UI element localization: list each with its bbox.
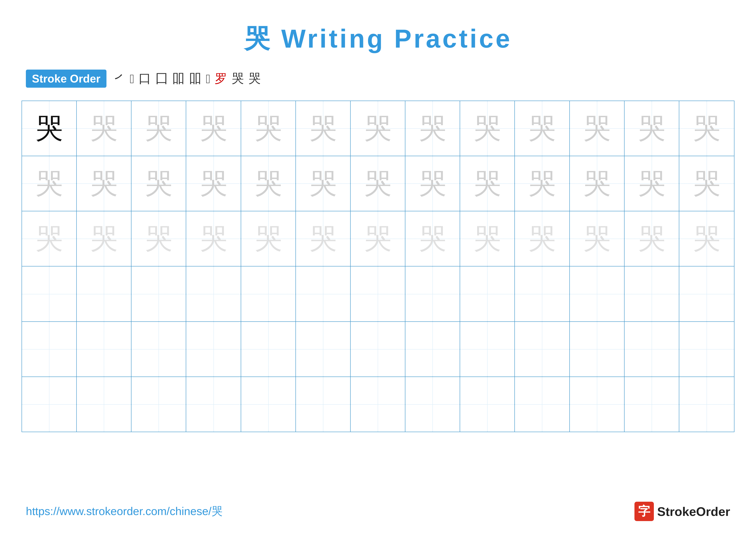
grid-cell-2-5[interactable]: 哭 bbox=[241, 156, 296, 211]
grid-cell-5-7[interactable] bbox=[351, 322, 405, 376]
grid-cell-3-1[interactable]: 哭 bbox=[22, 211, 77, 266]
stroke-step-8: 罗 bbox=[215, 70, 227, 87]
grid-cell-3-3[interactable]: 哭 bbox=[131, 211, 186, 266]
grid-row-4 bbox=[22, 267, 734, 321]
practice-grid: 哭 哭 哭 哭 哭 哭 哭 哭 哭 哭 哭 哭 哭 哭 哭 哭 哭 哭 哭 哭 … bbox=[21, 101, 735, 432]
grid-cell-6-10[interactable] bbox=[515, 377, 570, 432]
stroke-step-2: 𠃌 bbox=[130, 71, 134, 86]
grid-cell-4-2[interactable] bbox=[77, 267, 131, 321]
grid-cell-4-10[interactable] bbox=[515, 267, 570, 321]
grid-cell-5-10[interactable] bbox=[515, 322, 570, 376]
grid-row-3: 哭 哭 哭 哭 哭 哭 哭 哭 哭 哭 哭 哭 哭 bbox=[22, 211, 734, 267]
grid-cell-1-1[interactable]: 哭 bbox=[22, 101, 77, 156]
grid-cell-1-4[interactable]: 哭 bbox=[186, 101, 241, 156]
footer-logo: 字 StrokeOrder bbox=[634, 502, 730, 521]
grid-cell-2-4[interactable]: 哭 bbox=[186, 156, 241, 211]
stroke-step-5: 吅 bbox=[172, 70, 185, 87]
stroke-order-row: Stroke Order ㇒ 𠃌 口 囗 吅 吅 𡆧 罗 哭 哭 bbox=[0, 57, 756, 94]
grid-cell-3-2[interactable]: 哭 bbox=[77, 211, 131, 266]
grid-cell-4-3[interactable] bbox=[131, 267, 186, 321]
stroke-order-badge: Stroke Order bbox=[26, 69, 106, 88]
grid-cell-2-7[interactable]: 哭 bbox=[351, 156, 405, 211]
stroke-step-3: 口 bbox=[139, 70, 151, 87]
grid-cell-4-1[interactable] bbox=[22, 267, 77, 321]
grid-cell-2-9[interactable]: 哭 bbox=[460, 156, 515, 211]
grid-cell-1-13[interactable]: 哭 bbox=[679, 101, 734, 156]
grid-cell-5-9[interactable] bbox=[460, 322, 515, 376]
grid-cell-6-13[interactable] bbox=[679, 377, 734, 432]
stroke-step-1: ㇒ bbox=[113, 70, 125, 87]
grid-cell-5-1[interactable] bbox=[22, 322, 77, 376]
grid-cell-6-3[interactable] bbox=[131, 377, 186, 432]
grid-cell-1-12[interactable]: 哭 bbox=[625, 101, 679, 156]
grid-cell-3-4[interactable]: 哭 bbox=[186, 211, 241, 266]
grid-cell-3-8[interactable]: 哭 bbox=[405, 211, 460, 266]
grid-cell-6-1[interactable] bbox=[22, 377, 77, 432]
grid-cell-2-10[interactable]: 哭 bbox=[515, 156, 570, 211]
grid-cell-5-12[interactable] bbox=[625, 322, 679, 376]
grid-cell-3-13[interactable]: 哭 bbox=[679, 211, 734, 266]
grid-cell-1-8[interactable]: 哭 bbox=[405, 101, 460, 156]
grid-cell-4-12[interactable] bbox=[625, 267, 679, 321]
grid-cell-1-5[interactable]: 哭 bbox=[241, 101, 296, 156]
grid-cell-5-11[interactable] bbox=[570, 322, 625, 376]
grid-cell-3-5[interactable]: 哭 bbox=[241, 211, 296, 266]
grid-cell-1-2[interactable]: 哭 bbox=[77, 101, 131, 156]
grid-cell-1-6[interactable]: 哭 bbox=[296, 101, 351, 156]
stroke-step-7: 𡆧 bbox=[206, 71, 210, 86]
grid-row-5 bbox=[22, 322, 734, 377]
grid-cell-3-7[interactable]: 哭 bbox=[351, 211, 405, 266]
grid-cell-2-3[interactable]: 哭 bbox=[131, 156, 186, 211]
grid-cell-4-4[interactable] bbox=[186, 267, 241, 321]
grid-cell-4-5[interactable] bbox=[241, 267, 296, 321]
grid-row-1: 哭 哭 哭 哭 哭 哭 哭 哭 哭 哭 哭 哭 哭 bbox=[22, 101, 734, 156]
stroke-step-10: 哭 bbox=[248, 70, 261, 87]
grid-cell-5-6[interactable] bbox=[296, 322, 351, 376]
grid-cell-2-12[interactable]: 哭 bbox=[625, 156, 679, 211]
grid-cell-1-9[interactable]: 哭 bbox=[460, 101, 515, 156]
grid-cell-6-4[interactable] bbox=[186, 377, 241, 432]
grid-cell-3-6[interactable]: 哭 bbox=[296, 211, 351, 266]
grid-cell-4-8[interactable] bbox=[405, 267, 460, 321]
grid-cell-6-7[interactable] bbox=[351, 377, 405, 432]
title-label: Writing Practice bbox=[272, 24, 512, 53]
grid-cell-2-2[interactable]: 哭 bbox=[77, 156, 131, 211]
grid-cell-5-5[interactable] bbox=[241, 322, 296, 376]
grid-cell-5-13[interactable] bbox=[679, 322, 734, 376]
grid-row-2: 哭 哭 哭 哭 哭 哭 哭 哭 哭 哭 哭 哭 哭 bbox=[22, 156, 734, 211]
grid-cell-6-9[interactable] bbox=[460, 377, 515, 432]
grid-cell-5-4[interactable] bbox=[186, 322, 241, 376]
grid-cell-6-2[interactable] bbox=[77, 377, 131, 432]
grid-cell-1-7[interactable]: 哭 bbox=[351, 101, 405, 156]
grid-cell-6-6[interactable] bbox=[296, 377, 351, 432]
grid-cell-6-11[interactable] bbox=[570, 377, 625, 432]
grid-cell-4-6[interactable] bbox=[296, 267, 351, 321]
footer: https://www.strokeorder.com/chinese/哭 字 … bbox=[0, 502, 756, 521]
grid-cell-3-11[interactable]: 哭 bbox=[570, 211, 625, 266]
grid-cell-6-12[interactable] bbox=[625, 377, 679, 432]
grid-cell-6-5[interactable] bbox=[241, 377, 296, 432]
grid-cell-3-12[interactable]: 哭 bbox=[625, 211, 679, 266]
grid-cell-5-8[interactable] bbox=[405, 322, 460, 376]
grid-cell-2-13[interactable]: 哭 bbox=[679, 156, 734, 211]
grid-cell-2-1[interactable]: 哭 bbox=[22, 156, 77, 211]
title-character: 哭 bbox=[244, 24, 272, 53]
grid-cell-4-13[interactable] bbox=[679, 267, 734, 321]
footer-url: https://www.strokeorder.com/chinese/哭 bbox=[26, 504, 223, 519]
logo-text: StrokeOrder bbox=[657, 504, 730, 519]
grid-cell-1-11[interactable]: 哭 bbox=[570, 101, 625, 156]
grid-cell-5-3[interactable] bbox=[131, 322, 186, 376]
grid-cell-1-3[interactable]: 哭 bbox=[131, 101, 186, 156]
grid-cell-2-8[interactable]: 哭 bbox=[405, 156, 460, 211]
grid-cell-3-10[interactable]: 哭 bbox=[515, 211, 570, 266]
grid-cell-2-6[interactable]: 哭 bbox=[296, 156, 351, 211]
grid-cell-4-9[interactable] bbox=[460, 267, 515, 321]
grid-cell-5-2[interactable] bbox=[77, 322, 131, 376]
grid-cell-2-11[interactable]: 哭 bbox=[570, 156, 625, 211]
grid-row-6 bbox=[22, 377, 734, 432]
grid-cell-3-9[interactable]: 哭 bbox=[460, 211, 515, 266]
grid-cell-4-7[interactable] bbox=[351, 267, 405, 321]
grid-cell-6-8[interactable] bbox=[405, 377, 460, 432]
grid-cell-4-11[interactable] bbox=[570, 267, 625, 321]
grid-cell-1-10[interactable]: 哭 bbox=[515, 101, 570, 156]
